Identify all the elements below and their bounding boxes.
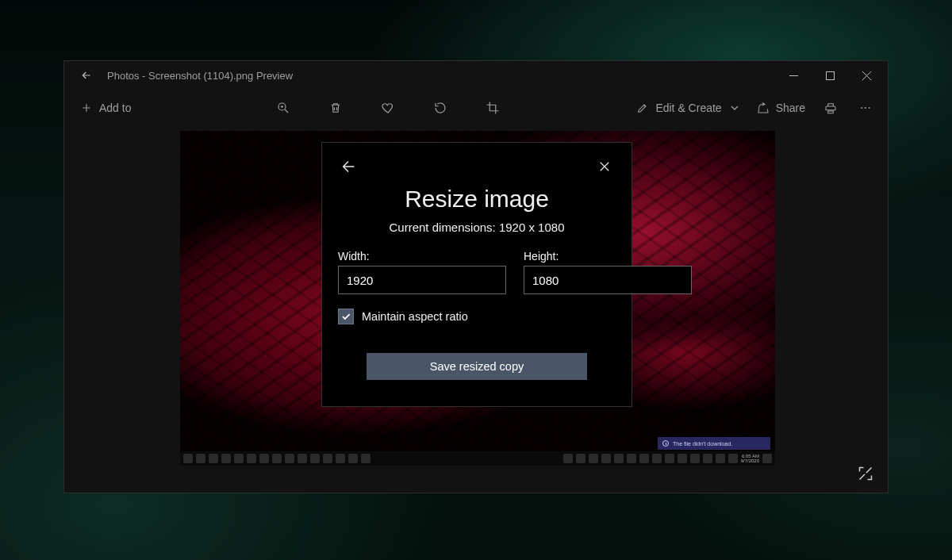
add-to-button[interactable]: Add to	[72, 97, 139, 119]
resize-dialog: Resize image Current dimensions: 1920 x …	[321, 142, 632, 407]
svg-point-2	[861, 107, 862, 109]
photos-app-window: Photos - Screenshot (1104).png Preview A…	[63, 60, 889, 493]
desktop-wallpaper: Photos - Screenshot (1104).png Preview A…	[0, 0, 952, 560]
share-icon	[757, 102, 770, 114]
heart-icon	[381, 101, 395, 115]
aspect-ratio-checkbox[interactable]	[338, 309, 354, 324]
height-input[interactable]	[524, 266, 692, 294]
minimize-button[interactable]	[775, 61, 812, 90]
window-title: Photos - Screenshot (1104).png Preview	[107, 70, 293, 82]
toolbar: Add to	[64, 90, 888, 126]
zoom-button[interactable]	[268, 93, 298, 123]
aspect-ratio-label: Maintain aspect ratio	[362, 310, 468, 323]
arrow-left-icon	[80, 69, 93, 82]
edit-create-button[interactable]: Edit & Create	[636, 102, 740, 114]
zoom-icon	[276, 101, 290, 115]
dialog-back-button[interactable]	[338, 155, 360, 178]
notification-text: The file didn't download.	[673, 441, 732, 447]
fullscreen-button[interactable]	[854, 462, 877, 485]
current-dimensions-label: Current dimensions: 1920 x 1080	[338, 221, 616, 234]
svg-rect-0	[826, 71, 834, 79]
checkmark-icon	[340, 311, 351, 322]
width-input[interactable]	[338, 266, 506, 294]
info-icon	[662, 440, 669, 447]
preview-area: The file didn't download. 6:05 AM 9/7/20…	[64, 126, 888, 493]
back-button[interactable]	[75, 64, 98, 86]
inner-screenshot-taskbar: 6:05 AM 9/7/2020	[180, 451, 775, 466]
more-icon	[859, 102, 872, 114]
share-label: Share	[776, 102, 805, 114]
svg-point-3	[865, 107, 866, 109]
plus-icon	[80, 102, 93, 114]
edit-label: Edit & Create	[655, 102, 721, 114]
more-button[interactable]	[856, 102, 875, 114]
print-icon	[824, 102, 837, 114]
favorite-button[interactable]	[373, 93, 403, 123]
rotate-icon	[433, 101, 447, 115]
close-button[interactable]	[848, 61, 885, 90]
trash-icon	[328, 101, 343, 115]
share-button[interactable]: Share	[757, 102, 805, 114]
crop-icon	[486, 101, 500, 115]
close-icon	[597, 159, 612, 174]
inner-clock: 6:05 AM 9/7/2020	[741, 454, 759, 463]
close-icon	[862, 71, 871, 80]
height-label: Height:	[524, 250, 692, 263]
fullscreen-icon	[858, 466, 873, 481]
addto-label: Add to	[99, 102, 131, 114]
edit-icon	[636, 102, 649, 114]
titlebar: Photos - Screenshot (1104).png Preview	[64, 61, 888, 90]
crop-button[interactable]	[478, 93, 508, 123]
download-failed-notification[interactable]: The file didn't download.	[658, 437, 770, 450]
svg-point-4	[869, 107, 870, 109]
save-resized-copy-button[interactable]: Save resized copy	[367, 353, 587, 380]
width-label: Width:	[338, 250, 506, 263]
chevron-down-icon	[728, 102, 741, 114]
arrow-left-icon	[340, 158, 358, 175]
maximize-icon	[826, 71, 835, 80]
delete-button[interactable]	[321, 93, 351, 123]
print-button[interactable]	[821, 102, 840, 114]
dialog-title: Resize image	[338, 186, 616, 213]
minimize-icon	[789, 71, 798, 80]
maximize-button[interactable]	[812, 61, 848, 90]
rotate-button[interactable]	[425, 93, 455, 123]
dialog-close-button[interactable]	[593, 155, 616, 178]
